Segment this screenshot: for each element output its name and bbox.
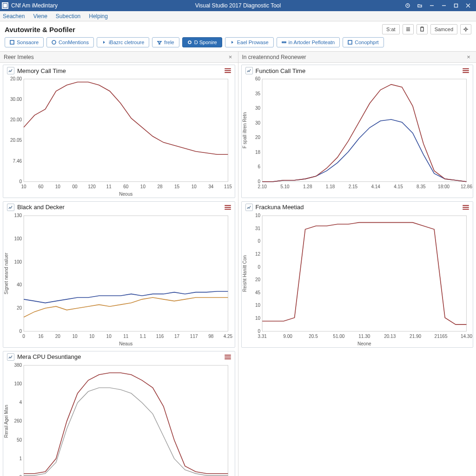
chart-plot: 0150260410038009.001.901.1610.3021.2022.… <box>3 363 235 476</box>
svg-text:3.31: 3.31 <box>258 334 267 339</box>
chart-menu-icon[interactable] <box>463 68 469 73</box>
svg-text:10: 10 <box>55 184 61 189</box>
chart-type-icon <box>245 67 253 74</box>
svg-text:Signet neand naluer: Signet neand naluer <box>4 252 9 294</box>
chart-menu-icon[interactable] <box>225 205 231 210</box>
svg-text:10: 10 <box>89 334 95 339</box>
menu-view[interactable]: Viene <box>33 13 47 20</box>
svg-text:116: 116 <box>156 334 164 339</box>
svg-text:0: 0 <box>20 179 22 184</box>
btn-eael[interactable]: Eael Prowase <box>225 37 274 47</box>
svg-text:20: 20 <box>55 334 61 339</box>
svg-text:20.5: 20.5 <box>309 334 318 339</box>
svg-text:4: 4 <box>20 400 22 405</box>
svg-rect-69 <box>262 79 466 182</box>
svg-text:0: 0 <box>258 329 260 334</box>
svg-text:10: 10 <box>255 316 260 321</box>
left-pane-title: Reer Imeles <box>4 54 34 60</box>
chart-frackuna: Frackuna Meetiad010104520012031103.319.0… <box>241 201 474 348</box>
svg-text:35: 35 <box>255 91 260 96</box>
btn-ibazrc[interactable]: iBazrc cletroure <box>97 37 149 47</box>
svg-text:12.86: 12.86 <box>460 184 472 189</box>
svg-text:14.30: 14.30 <box>460 334 472 339</box>
btn-frele[interactable]: frele <box>152 37 179 47</box>
svg-text:2.10: 2.10 <box>258 184 267 189</box>
chart-header: Memory Call Time <box>3 65 235 76</box>
svg-text:10: 10 <box>140 184 146 189</box>
svg-text:00: 00 <box>72 184 78 189</box>
svg-rect-52 <box>24 365 228 476</box>
svg-text:0: 0 <box>258 264 260 269</box>
titlebar: CNf Am iMedintary Visual Studio 2017 Dia… <box>0 0 476 11</box>
panes: Reer Imeles × Memory Call Time07.4620.05… <box>0 52 476 476</box>
app-icon <box>2 2 8 9</box>
menubar: Seachen Viene Subection Helping <box>0 11 476 21</box>
right-pane-title: In creatennond Reonewer <box>242 54 306 60</box>
svg-text:5.10: 5.10 <box>280 184 290 189</box>
menu-subsection[interactable]: Subection <box>56 13 80 20</box>
svg-text:8.35: 8.35 <box>416 184 426 189</box>
svg-text:7.46: 7.46 <box>13 159 22 164</box>
menu-help[interactable]: Helping <box>89 13 108 20</box>
close-button[interactable] <box>462 0 474 11</box>
btn-conmentions[interactable]: ConMentions <box>46 37 94 47</box>
svg-text:10: 10 <box>72 334 78 339</box>
window-controls <box>402 0 474 11</box>
chart-plot: 07.4620.0520.0030.0020.00106010001201160… <box>3 76 235 198</box>
svg-text:Neone: Neone <box>357 341 371 346</box>
svg-text:9.00: 9.00 <box>283 334 292 339</box>
left-pane-header: Reer Imeles × <box>0 52 238 63</box>
sat-button[interactable]: S:at <box>382 24 400 34</box>
clock-icon[interactable] <box>402 0 414 11</box>
svg-rect-89 <box>262 216 466 331</box>
chart-type-icon <box>245 204 253 211</box>
dash-button[interactable] <box>438 0 450 11</box>
chart-plot: 0204010010013001620101010111.11161711798… <box>3 213 235 347</box>
btn-sonsaore[interactable]: Sonsaore <box>5 37 44 47</box>
svg-rect-30 <box>24 216 228 331</box>
clipboard-icon[interactable] <box>416 24 428 34</box>
svg-point-6 <box>188 41 191 44</box>
btn-conophprt[interactable]: Conophprt <box>343 37 383 47</box>
left-pane-close[interactable]: × <box>227 53 234 60</box>
svg-text:17: 17 <box>174 334 180 339</box>
folder-icon[interactable] <box>414 0 426 11</box>
list-icon[interactable] <box>403 24 414 34</box>
minimize-button[interactable] <box>426 0 438 11</box>
chart-title: Frackuna Meetiad <box>256 204 304 211</box>
svg-rect-7 <box>282 42 286 43</box>
chart-menu-icon[interactable] <box>225 355 231 359</box>
btn-artoder[interactable]: in Artoder Pefloteatn <box>277 37 340 47</box>
titlebar-project: CNf Am iMedintary <box>11 2 58 9</box>
svg-text:2.15: 2.15 <box>348 184 357 189</box>
menu-search[interactable]: Seachen <box>3 13 25 20</box>
svg-rect-8 <box>348 40 352 44</box>
settings-icon[interactable] <box>460 24 471 34</box>
chart-menu-icon[interactable] <box>463 205 469 210</box>
svg-text:Rerail Agei Man: Rerail Agei Man <box>4 405 9 438</box>
svg-text:34: 34 <box>208 184 214 189</box>
svg-text:10: 10 <box>21 184 27 189</box>
svg-text:28: 28 <box>157 184 163 189</box>
maximize-button[interactable] <box>450 0 462 11</box>
svg-text:260: 260 <box>14 418 22 423</box>
svg-text:18: 18 <box>255 150 260 155</box>
chart-title: Function Call Time <box>256 67 306 74</box>
chart-title: Memory Call Time <box>17 67 66 74</box>
svg-text:4.14: 4.14 <box>371 184 380 189</box>
svg-text:F spall iltren Retn: F spall iltren Retn <box>242 112 247 148</box>
svg-text:20.00: 20.00 <box>10 117 22 122</box>
chart-black-decker: Black and Decker020401001001300162010101… <box>3 201 235 348</box>
right-pane-close[interactable]: × <box>465 53 472 60</box>
svg-text:11.30: 11.30 <box>358 334 370 339</box>
svg-text:0: 0 <box>20 474 22 476</box>
svg-text:20.13: 20.13 <box>384 334 396 339</box>
svg-text:1: 1 <box>20 456 22 461</box>
saved-button[interactable]: Samced <box>430 24 457 34</box>
btn-sponire[interactable]: D Sponire <box>182 37 222 47</box>
chart-function-call: Function Call Time061820303035602.105.10… <box>241 65 474 198</box>
svg-text:4.15: 4.15 <box>394 184 403 189</box>
svg-text:10: 10 <box>106 334 112 339</box>
chart-memory-call: Memory Call Time07.4620.0520.0030.0020.0… <box>3 65 235 198</box>
chart-menu-icon[interactable] <box>225 68 231 73</box>
